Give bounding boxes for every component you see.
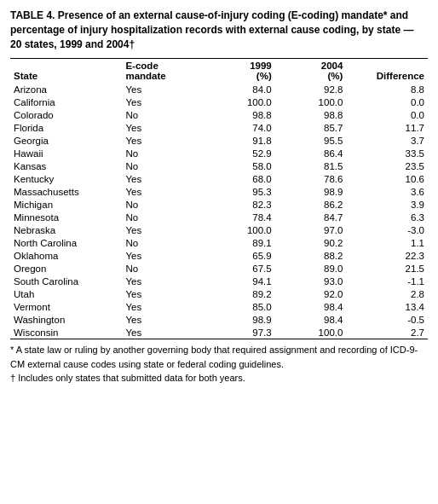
cell-mandate: No (122, 236, 204, 249)
cell-diff: 13.4 (346, 300, 428, 313)
cell-mandate: Yes (122, 313, 204, 326)
cell-1999: 65.9 (204, 249, 275, 262)
cell-2004: 100.0 (275, 326, 347, 339)
cell-1999: 95.3 (204, 185, 275, 198)
cell-state: Washington (10, 313, 122, 326)
cell-diff: 3.9 (346, 198, 428, 211)
cell-state: Massachusetts (10, 185, 122, 198)
table-row: North CarolinaNo89.190.21.1 (10, 236, 428, 249)
col-header-mandate: E-codemandate (122, 59, 204, 84)
cell-mandate: Yes (122, 326, 204, 339)
table-row: GeorgiaYes91.895.53.7 (10, 134, 428, 147)
table-row: UtahYes89.292.02.8 (10, 287, 428, 300)
cell-state: Arizona (10, 83, 122, 96)
cell-1999: 78.4 (204, 211, 275, 223)
cell-2004: 98.9 (275, 185, 347, 198)
cell-2004: 92.0 (275, 287, 347, 300)
cell-diff: 6.3 (346, 211, 428, 223)
table-row: WashingtonYes98.998.4-0.5 (10, 313, 428, 326)
table-row: MassachusettsYes95.398.93.6 (10, 185, 428, 198)
cell-state: Georgia (10, 134, 122, 147)
footnotes: * A state law or ruling by another gover… (10, 343, 428, 385)
table-row: ArizonaYes84.092.88.8 (10, 83, 428, 96)
cell-state: Michigan (10, 198, 122, 211)
cell-2004: 90.2 (275, 236, 347, 249)
cell-1999: 68.0 (204, 172, 275, 185)
col-header-diff: Difference (346, 59, 428, 84)
cell-2004: 86.4 (275, 147, 347, 159)
cell-mandate: Yes (122, 223, 204, 236)
table-row: VermontYes85.098.413.4 (10, 300, 428, 313)
cell-1999: 84.0 (204, 83, 275, 96)
cell-diff: 2.7 (346, 326, 428, 339)
table-row: CaliforniaYes100.0100.00.0 (10, 96, 428, 108)
cell-1999: 74.0 (204, 121, 275, 134)
cell-diff: 22.3 (346, 249, 428, 262)
cell-2004: 86.2 (275, 198, 347, 211)
cell-2004: 85.7 (275, 121, 347, 134)
table-row: KentuckyYes68.078.610.6 (10, 172, 428, 185)
table-row: OklahomaYes65.988.222.3 (10, 249, 428, 262)
cell-2004: 100.0 (275, 96, 347, 108)
cell-mandate: Yes (122, 275, 204, 287)
header-row-1: State E-codemandate 1999(%) 2004(%) Diff… (10, 59, 428, 84)
cell-2004: 95.5 (275, 134, 347, 147)
cell-1999: 82.3 (204, 198, 275, 211)
cell-2004: 84.7 (275, 211, 347, 223)
cell-mandate: Yes (122, 134, 204, 147)
cell-state: Utah (10, 287, 122, 300)
cell-2004: 88.2 (275, 249, 347, 262)
cell-mandate: Yes (122, 121, 204, 134)
cell-1999: 100.0 (204, 96, 275, 108)
cell-diff: 0.0 (346, 108, 428, 121)
data-table: State E-codemandate 1999(%) 2004(%) Diff… (10, 58, 428, 339)
cell-1999: 91.8 (204, 134, 275, 147)
cell-diff: 2.8 (346, 287, 428, 300)
cell-diff: 3.6 (346, 185, 428, 198)
cell-2004: 98.4 (275, 300, 347, 313)
cell-1999: 89.2 (204, 287, 275, 300)
table-title: TABLE 4. Presence of an external cause-o… (10, 9, 428, 51)
cell-mandate: No (122, 147, 204, 159)
cell-mandate: No (122, 159, 204, 172)
cell-1999: 97.3 (204, 326, 275, 339)
cell-diff: 8.8 (346, 83, 428, 96)
cell-2004: 98.8 (275, 108, 347, 121)
cell-diff: -0.5 (346, 313, 428, 326)
col-header-state: State (10, 59, 122, 84)
cell-diff: 23.5 (346, 159, 428, 172)
table-row: KansasNo58.081.523.5 (10, 159, 428, 172)
col-header-2004: 2004(%) (275, 59, 347, 84)
cell-1999: 98.8 (204, 108, 275, 121)
cell-1999: 100.0 (204, 223, 275, 236)
cell-1999: 58.0 (204, 159, 275, 172)
table-row: South CarolinaYes94.193.0-1.1 (10, 275, 428, 287)
cell-mandate: Yes (122, 249, 204, 262)
cell-diff: 10.6 (346, 172, 428, 185)
cell-mandate: Yes (122, 185, 204, 198)
cell-2004: 92.8 (275, 83, 347, 96)
cell-1999: 89.1 (204, 236, 275, 249)
table-row: MinnesotaNo78.484.76.3 (10, 211, 428, 223)
cell-state: Kentucky (10, 172, 122, 185)
footnote-dagger: † Includes only states that submitted da… (10, 371, 428, 385)
cell-state: Nebraska (10, 223, 122, 236)
table-row: MichiganNo82.386.23.9 (10, 198, 428, 211)
cell-1999: 52.9 (204, 147, 275, 159)
cell-diff: -3.0 (346, 223, 428, 236)
cell-2004: 81.5 (275, 159, 347, 172)
cell-state: Colorado (10, 108, 122, 121)
table-row: FloridaYes74.085.711.7 (10, 121, 428, 134)
cell-diff: -1.1 (346, 275, 428, 287)
cell-mandate: No (122, 262, 204, 275)
cell-diff: 21.5 (346, 262, 428, 275)
cell-mandate: Yes (122, 172, 204, 185)
cell-state: Vermont (10, 300, 122, 313)
cell-1999: 67.5 (204, 262, 275, 275)
cell-2004: 98.4 (275, 313, 347, 326)
cell-2004: 78.6 (275, 172, 347, 185)
table-row: HawaiiNo52.986.433.5 (10, 147, 428, 159)
table-row: OregonNo67.589.021.5 (10, 262, 428, 275)
table-row: ColoradoNo98.898.80.0 (10, 108, 428, 121)
cell-state: South Carolina (10, 275, 122, 287)
